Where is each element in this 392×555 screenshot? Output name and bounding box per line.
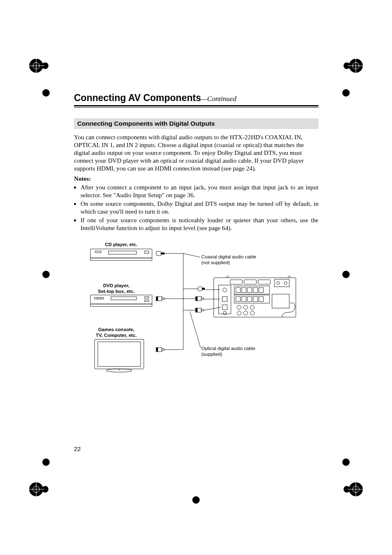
svg-rect-69 [156,251,161,256]
svg-rect-72 [90,304,152,306]
heading-rule-thick [74,105,318,106]
svg-point-113 [223,288,227,292]
notes-heading: Notes: [74,175,318,182]
reg-mark-side [37,265,55,283]
svg-rect-98 [197,297,201,301]
svg-point-135 [250,311,254,315]
reg-mark-side [37,453,55,471]
intro-paragraph: You can connect components with digital … [74,133,318,172]
svg-point-51 [344,91,348,94]
svg-rect-79 [156,297,158,301]
svg-rect-81 [162,298,164,299]
svg-line-139 [204,307,221,310]
chapter-title: Connecting AV Components [74,92,201,103]
svg-rect-122 [259,288,263,292]
svg-point-111 [284,282,287,285]
svg-rect-100 [196,297,197,301]
svg-rect-66 [95,251,101,253]
intro-text: You can connect components with digital … [74,133,318,172]
svg-rect-125 [236,297,240,302]
reg-mark-corner-tl [30,49,63,82]
svg-rect-75 [101,297,104,299]
svg-point-55 [44,461,48,464]
note-item: On some source components, Dolby Digital… [81,200,318,215]
svg-rect-119 [242,288,246,292]
notes-list: After you connect a component to an inpu… [74,183,318,232]
reg-mark-corner-tr [329,49,362,82]
reg-mark-side [337,265,355,283]
svg-rect-80 [158,297,162,301]
svg-rect-102 [197,308,201,312]
svg-point-43 [344,273,348,276]
svg-point-133 [237,311,241,315]
svg-rect-128 [253,297,258,302]
svg-rect-126 [242,297,246,302]
svg-rect-77 [145,297,149,298]
svg-rect-78 [145,300,149,302]
svg-point-130 [237,305,241,309]
svg-rect-118 [236,288,240,292]
heading-rule-thin [74,107,318,108]
svg-point-39 [44,273,48,276]
svg-point-59 [344,461,348,464]
svg-rect-82 [95,339,144,369]
svg-rect-64 [90,249,152,258]
svg-rect-105 [214,278,296,317]
reg-mark-side [337,453,355,471]
svg-rect-114 [222,297,227,302]
svg-rect-71 [90,295,152,304]
svg-rect-120 [247,288,252,292]
svg-point-63 [194,498,198,502]
section-title-bar: Connecting Components with Digital Outpu… [74,118,318,129]
svg-rect-73 [95,297,97,299]
svg-point-131 [244,305,248,309]
svg-point-134 [244,311,248,315]
reg-mark-center-bottom [187,491,205,509]
svg-rect-112 [219,285,231,314]
svg-rect-67 [108,251,136,254]
svg-point-110 [277,282,280,285]
reg-mark-corner-bl [30,473,63,506]
svg-point-47 [44,91,48,94]
svg-point-132 [250,305,254,309]
note-item: If one of your source components is noti… [81,216,318,232]
reg-mark-side [337,84,355,102]
svg-rect-104 [196,308,197,312]
svg-rect-76 [111,297,136,300]
svg-rect-86 [158,348,162,352]
svg-rect-121 [253,288,258,292]
svg-rect-95 [198,287,202,291]
svg-rect-99 [201,298,204,299]
svg-rect-68 [145,251,149,253]
chapter-suffix: —Continued [201,95,236,103]
page-content: Connecting AV Components—Continued Conne… [74,92,318,381]
svg-point-116 [223,311,226,315]
svg-rect-65 [90,258,152,260]
reg-mark-corner-br [329,473,362,506]
svg-rect-87 [162,349,164,350]
svg-rect-106 [230,280,242,284]
svg-line-92 [183,253,200,257]
svg-rect-136 [272,294,289,308]
note-item: After you connect a component to an inpu… [81,183,318,199]
svg-rect-74 [98,297,100,299]
page-number: 22 [74,445,81,452]
svg-rect-85 [156,348,158,352]
svg-rect-107 [244,280,256,284]
diagram-svg [82,242,310,381]
reg-mark-side [37,84,55,102]
svg-line-93 [190,311,201,348]
svg-rect-108 [258,280,270,284]
svg-rect-96 [202,288,205,290]
svg-rect-127 [247,297,252,302]
svg-rect-70 [161,253,164,254]
svg-rect-103 [201,309,204,311]
svg-rect-129 [259,297,263,302]
connection-diagram: CD player, etc. DVD player, Set-top box,… [82,242,310,381]
svg-rect-115 [222,305,227,310]
chapter-heading: Connecting AV Components—Continued [74,92,318,104]
